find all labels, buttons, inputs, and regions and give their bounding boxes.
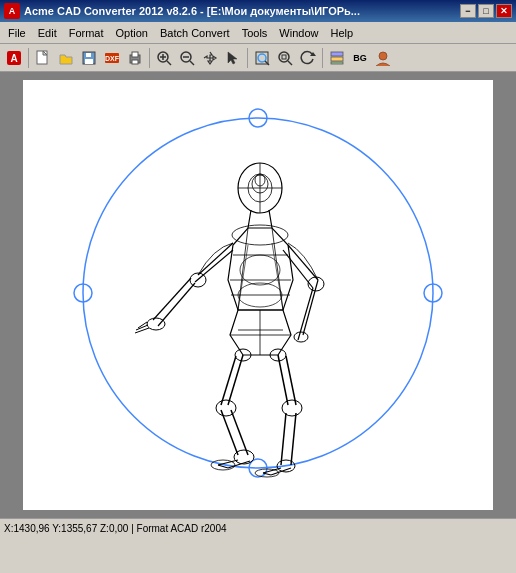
menu-edit[interactable]: Edit [32,22,63,43]
svg-rect-27 [331,52,343,56]
svg-point-93 [240,255,280,285]
svg-line-84 [281,413,286,465]
app-icon: A [4,3,20,19]
svg-text:A: A [9,6,16,16]
main-canvas[interactable] [0,72,516,518]
open-button[interactable] [55,47,77,69]
rotate-btn[interactable] [297,47,319,69]
user-btn[interactable] [372,47,394,69]
menu-help[interactable]: Help [324,22,359,43]
svg-point-31 [83,118,433,468]
status-coords: X:1430,96 Y:1355,67 Z:0,00 | Format ACAD… [4,523,227,534]
svg-line-54 [153,278,191,320]
pan-btn[interactable] [199,47,221,69]
svg-line-74 [221,410,238,455]
zoom-out-btn[interactable] [176,47,198,69]
title-bar-left: A Acme CAD Converter 2012 v8.2.6 - [E:\М… [4,3,360,19]
drawing-area[interactable] [23,80,493,510]
title-bar: A Acme CAD Converter 2012 v8.2.6 - [E:\М… [0,0,516,22]
svg-text:DXF: DXF [105,55,120,62]
svg-text:A: A [10,53,17,64]
menu-option[interactable]: Option [110,22,154,43]
app-logo-btn[interactable]: A [3,47,25,69]
menu-bar: File Edit Format Option Batch Convert To… [0,22,516,44]
print-button[interactable] [124,47,146,69]
svg-line-92 [272,243,283,310]
bg-btn[interactable]: BG [349,47,371,69]
svg-point-21 [258,54,266,62]
svg-rect-24 [282,55,286,59]
toolbar-main: A DXF BG [0,44,516,72]
menu-batch-convert[interactable]: Batch Convert [154,22,236,43]
svg-line-25 [288,61,292,65]
svg-line-51 [198,243,233,275]
svg-rect-12 [132,60,138,64]
svg-rect-6 [85,59,93,64]
title-text: Acme CAD Converter 2012 v8.2.6 - [E:\Мои… [24,5,360,17]
menu-window[interactable]: Window [273,22,324,43]
minimize-button[interactable]: − [460,4,476,18]
sep3 [247,48,248,68]
menu-file[interactable]: File [2,22,32,43]
new-button[interactable] [32,47,54,69]
title-bar-controls: − □ ✕ [460,4,512,18]
svg-point-65 [294,332,308,342]
sep2 [149,48,150,68]
layers-btn[interactable] [326,47,348,69]
save-button[interactable] [78,47,100,69]
menu-tools[interactable]: Tools [236,22,274,43]
zoom-in-btn[interactable] [153,47,175,69]
svg-point-23 [279,52,289,62]
status-bar: X:1430,96 Y:1355,67 Z:0,00 | Format ACAD… [0,518,516,538]
svg-line-71 [228,355,243,405]
select-btn[interactable] [222,47,244,69]
svg-point-56 [147,318,165,330]
svg-line-82 [286,356,296,405]
svg-rect-29 [331,62,343,64]
maximize-button[interactable]: □ [478,4,494,18]
svg-line-59 [135,328,149,333]
svg-point-30 [379,52,387,60]
svg-line-55 [158,283,195,326]
svg-point-83 [282,400,302,416]
svg-line-75 [231,410,248,455]
svg-rect-28 [331,57,343,61]
svg-point-76 [234,450,254,464]
zoom-fit-btn[interactable] [251,47,273,69]
svg-line-16 [167,61,171,65]
sep4 [322,48,323,68]
menu-format[interactable]: Format [63,22,110,43]
svg-marker-66 [230,310,291,355]
close-button[interactable]: ✕ [496,4,512,18]
sep1 [28,48,29,68]
svg-line-63 [303,280,318,335]
svg-rect-7 [86,53,91,57]
svg-line-52 [195,250,233,282]
svg-line-72 [221,356,236,405]
svg-line-81 [278,355,288,405]
svg-line-85 [291,413,296,465]
svg-line-19 [190,61,194,65]
convert-button[interactable]: DXF [101,47,123,69]
cad-drawing [23,80,493,510]
svg-rect-11 [132,52,138,57]
svg-line-45 [238,228,248,310]
zoom-window-btn[interactable] [274,47,296,69]
